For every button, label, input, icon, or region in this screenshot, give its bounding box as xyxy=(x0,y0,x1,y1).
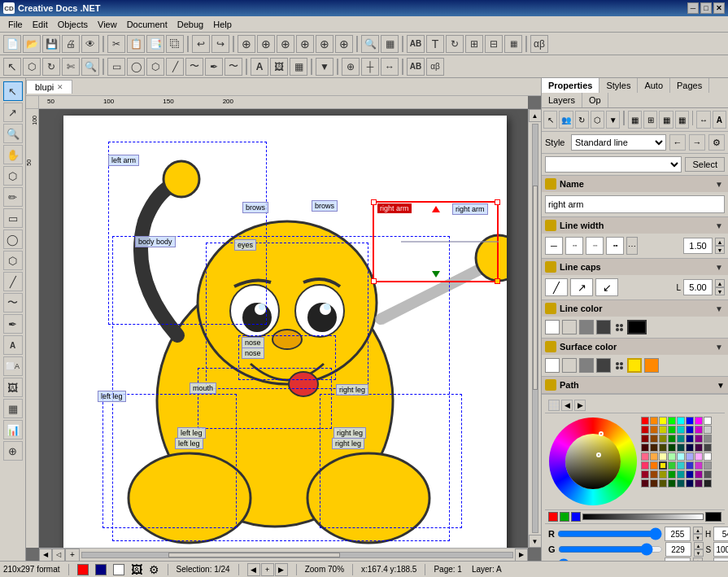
menu-view[interactable]: View xyxy=(93,18,122,31)
scroll-down-btn[interactable]: ▼ xyxy=(529,535,542,548)
surface-color-header[interactable]: Surface color ▼ xyxy=(542,339,728,355)
g-slider[interactable] xyxy=(558,544,663,554)
special1-button[interactable]: ⊞ xyxy=(465,35,483,53)
rotate-tool[interactable]: ↻ xyxy=(42,58,60,76)
freehand-tool[interactable]: 〜 xyxy=(225,58,242,76)
guide-tool[interactable]: ┼ xyxy=(361,58,379,76)
status-nav-next[interactable]: ▶ xyxy=(275,563,288,576)
swatch-magenta[interactable] xyxy=(695,417,703,425)
lw-value-input[interactable] xyxy=(683,238,713,254)
sc-yellow-active[interactable] xyxy=(627,358,642,373)
text-ab-button[interactable]: AB xyxy=(407,35,425,53)
scroll-prev-page[interactable]: ◁ xyxy=(52,549,65,562)
path-expand-icon[interactable]: ▼ xyxy=(717,381,725,390)
style-settings-btn[interactable]: ⚙ xyxy=(708,134,725,151)
swatch-forest[interactable] xyxy=(668,479,676,487)
link1-button[interactable]: ⊕ xyxy=(238,35,255,53)
v-value[interactable] xyxy=(713,557,728,561)
swatch-white[interactable] xyxy=(704,417,712,425)
tab-op[interactable]: Op xyxy=(582,93,608,107)
swatch-darkbrown[interactable] xyxy=(650,479,658,487)
cap-spin-down[interactable]: ▼ xyxy=(715,287,725,295)
line-color-collapse[interactable]: ▼ xyxy=(715,304,723,313)
lw-dots-btn[interactable]: ⋯ xyxy=(626,237,638,255)
menu-help[interactable]: Help xyxy=(208,18,237,31)
scroll-add-page[interactable]: + xyxy=(65,549,80,562)
cap-flat-btn[interactable]: ╱ xyxy=(545,278,568,296)
swatch-dg4[interactable] xyxy=(668,470,676,479)
lw-mixed-btn[interactable]: ╍ xyxy=(606,237,624,255)
document-tab[interactable]: blupi ✕ xyxy=(26,80,72,94)
swatch-dm3[interactable] xyxy=(695,444,703,452)
scroll-up-btn[interactable]: ▲ xyxy=(529,109,542,122)
status-color2[interactable] xyxy=(95,564,107,575)
lt-pointer[interactable]: ↗ xyxy=(3,103,23,122)
swatch-darkgreen[interactable] xyxy=(668,426,676,434)
horizontal-scrollbar[interactable]: ◀ ◁ + ▶ xyxy=(39,548,528,561)
minimize-button[interactable]: ─ xyxy=(687,2,699,14)
r-spin-down[interactable]: ▼ xyxy=(693,534,703,541)
swatch-lblue[interactable] xyxy=(686,452,694,461)
node-tool[interactable]: ⬡ xyxy=(23,58,41,76)
g-value[interactable] xyxy=(665,542,691,557)
swatch-teal[interactable] xyxy=(677,461,685,470)
link6-button[interactable]: ⊕ xyxy=(335,35,353,53)
special2-button[interactable]: ⊟ xyxy=(485,35,503,53)
maximize-button[interactable]: □ xyxy=(700,2,712,14)
sat-val-box[interactable] xyxy=(565,434,621,489)
menu-file[interactable]: File xyxy=(3,18,28,31)
swatch-mgray[interactable] xyxy=(704,435,712,443)
line-caps-collapse[interactable]: ▼ xyxy=(715,263,723,272)
swatch-dg2[interactable] xyxy=(668,435,676,443)
scroll-h-thumb[interactable] xyxy=(168,553,341,557)
canvas-drawing-area[interactable]: left arm body body brows brows eyes nose… xyxy=(39,109,528,548)
lt-node[interactable]: ⬡ xyxy=(3,166,23,186)
table-tool[interactable]: ▦ xyxy=(290,58,307,76)
swatch-purple[interactable] xyxy=(695,470,703,479)
line-width-collapse[interactable]: ▼ xyxy=(715,221,723,230)
pen-tool[interactable]: ✒ xyxy=(205,58,223,76)
status-icon2[interactable]: ⚙ xyxy=(149,563,159,576)
cb-gray-grad[interactable] xyxy=(582,514,704,520)
name-section-header[interactable]: Name ▼ xyxy=(542,176,728,192)
line-tool[interactable]: ╱ xyxy=(166,58,184,76)
preview-button[interactable]: 👁 xyxy=(81,35,99,53)
swatch-lgray[interactable] xyxy=(704,426,712,434)
name-collapse-icon[interactable]: ▼ xyxy=(715,180,723,189)
cp-nav-next[interactable]: ▶ xyxy=(574,400,586,411)
swatch-olive[interactable] xyxy=(659,470,667,479)
special3-button[interactable]: ▦ xyxy=(504,35,522,53)
print-button[interactable]: 🖨 xyxy=(62,35,80,53)
lt-polygon[interactable]: ⬡ xyxy=(3,251,23,270)
tab-auto[interactable]: Auto xyxy=(638,78,670,93)
h-value[interactable] xyxy=(713,527,728,541)
r-spin-up[interactable]: ▲ xyxy=(693,527,703,534)
swatch-charcoal[interactable] xyxy=(704,470,712,479)
sc-dgray[interactable] xyxy=(596,358,611,373)
swatch-navy[interactable] xyxy=(686,470,694,479)
cb-black[interactable] xyxy=(705,512,721,522)
select-button[interactable]: Select xyxy=(685,157,725,172)
menu-debug[interactable]: Debug xyxy=(172,18,208,31)
lc-mgray[interactable] xyxy=(579,320,594,334)
swatch-violet[interactable] xyxy=(695,461,703,470)
snap-tool[interactable]: ⊕ xyxy=(342,58,360,76)
font-size-button[interactable]: T xyxy=(426,35,444,53)
swatch-lgreen[interactable] xyxy=(668,452,676,461)
swatch-cyan[interactable] xyxy=(677,417,685,425)
swatch-pink[interactable] xyxy=(641,452,649,461)
sc-dots-btn[interactable] xyxy=(613,358,625,373)
g-spin-down[interactable]: ▼ xyxy=(694,549,704,557)
lc-lgray[interactable] xyxy=(562,320,577,334)
vertical-scrollbar[interactable]: ▲ ▼ xyxy=(528,109,541,548)
paste-button[interactable]: 📑 xyxy=(146,35,164,53)
lt-special[interactable]: ⊕ xyxy=(3,441,23,461)
open-button[interactable]: 📂 xyxy=(23,35,41,53)
rect-tool[interactable]: ▭ xyxy=(107,58,125,76)
sc-mgray[interactable] xyxy=(579,358,594,373)
pt-arrows[interactable]: ↔ xyxy=(696,111,710,129)
sc-orange[interactable] xyxy=(644,358,659,373)
image-tool[interactable]: 🖼 xyxy=(270,58,288,76)
swatch-darkteal[interactable] xyxy=(677,479,685,487)
swatch-do3[interactable] xyxy=(650,444,658,452)
